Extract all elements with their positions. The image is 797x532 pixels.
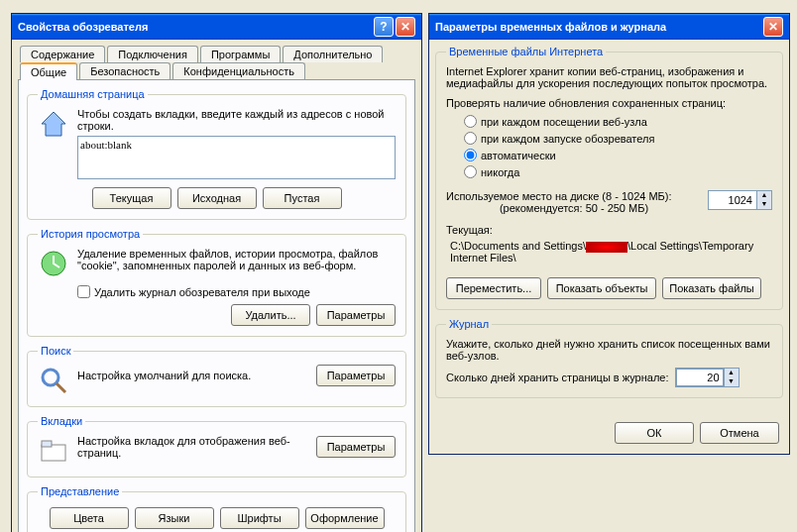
disk-space-input[interactable] <box>709 191 756 209</box>
search-desc: Настройка умолчаний для поиска. <box>77 370 251 381</box>
tabs-settings-button[interactable]: Параметры <box>316 436 396 458</box>
disk-space-recommendation: (рекомендуется: 50 - 250 МБ) <box>446 202 702 214</box>
radio-every-visit-label: при каждом посещении веб-узла <box>481 116 647 128</box>
search-legend: Поиск <box>38 345 73 357</box>
languages-button[interactable]: Языки <box>135 507 214 529</box>
temp-files-settings-dialog: Параметры временных файлов и журнала ✕ В… <box>428 13 790 455</box>
redacted-username: x <box>586 242 627 253</box>
tab-advanced[interactable]: Дополнительно <box>283 46 383 62</box>
tif-legend: Временные файлы Интернета <box>446 46 606 57</box>
svg-rect-4 <box>42 441 52 447</box>
accessibility-button[interactable]: Оформление <box>305 507 385 529</box>
tab-connections[interactable]: Подключения <box>107 46 198 62</box>
disk-space-label: Используемое место на диске (8 - 1024 МБ… <box>446 190 702 202</box>
tab-security[interactable]: Безопасность <box>79 62 171 80</box>
current-folder-label: Текущая: <box>446 224 772 236</box>
radio-every-start-label: при каждом запуске обозревателя <box>481 133 654 145</box>
move-folder-button[interactable]: Переместить... <box>446 277 541 299</box>
history-settings-button[interactable]: Параметры <box>316 304 396 326</box>
svg-line-2 <box>57 383 65 392</box>
delete-on-exit-label: Удалить журнал обозревателя при выходе <box>94 286 310 298</box>
journal-group: Журнал Укажите, сколько дней нужно храни… <box>435 318 783 398</box>
spin-up-icon[interactable]: ▲ <box>756 191 771 200</box>
history-icon <box>38 248 69 279</box>
temp-internet-files-group: Временные файлы Интернета Internet Explo… <box>435 46 783 310</box>
cancel-button[interactable]: Отмена <box>700 422 779 444</box>
appearance-group: Представление Цвета Языки Шрифты Оформле… <box>27 485 406 532</box>
homepage-input[interactable]: about:blank <box>77 136 396 179</box>
radio-never[interactable] <box>464 165 477 178</box>
use-default-button[interactable]: Исходная <box>177 187 257 209</box>
history-legend: История просмотра <box>38 228 143 240</box>
delete-history-button[interactable]: Удалить... <box>231 304 310 326</box>
homepage-group: Домашняя страница Чтобы создать вкладки,… <box>27 88 406 220</box>
tabs-icon <box>38 435 69 467</box>
radio-automatic-label: автоматически <box>481 150 556 161</box>
days-spinner[interactable]: ▲▼ <box>675 368 740 387</box>
home-icon <box>38 108 69 140</box>
svg-point-1 <box>43 370 58 385</box>
disk-space-spinner[interactable]: ▲▼ <box>708 190 772 210</box>
current-folder-path: C:\Documents and Settings\x\Local Settin… <box>450 240 772 264</box>
days-label: Сколько дней хранить страницы в журнале: <box>446 372 669 383</box>
search-group: Поиск Настройка умолчаний для поиска. Па… <box>27 345 406 407</box>
use-blank-button[interactable]: Пустая <box>263 187 342 209</box>
tabs-desc: Настройка вкладок для отображения веб-ст… <box>77 435 316 459</box>
radio-every-visit[interactable] <box>464 115 477 128</box>
journal-desc: Укажите, сколько дней нужно хранить спис… <box>446 338 772 362</box>
colors-button[interactable]: Цвета <box>50 507 129 529</box>
spin-down-icon[interactable]: ▼ <box>756 200 771 209</box>
tabs-legend: Вкладки <box>38 415 85 427</box>
view-files-button[interactable]: Показать файлы <box>662 277 761 299</box>
days-input[interactable] <box>676 369 724 386</box>
spin-down-icon[interactable]: ▼ <box>724 377 739 386</box>
tif-desc: Internet Explorer хранит копии веб-стран… <box>446 65 772 89</box>
spin-up-icon[interactable]: ▲ <box>724 369 739 377</box>
radio-never-label: никогда <box>481 166 519 178</box>
ok-button[interactable]: ОК <box>615 422 694 444</box>
radio-automatic[interactable] <box>464 149 477 161</box>
search-icon <box>38 365 69 396</box>
journal-legend: Журнал <box>446 318 492 330</box>
tab-programs[interactable]: Программы <box>200 46 281 62</box>
titlebar[interactable]: Параметры временных файлов и журнала ✕ <box>429 14 789 40</box>
radio-every-start[interactable] <box>464 132 477 145</box>
tab-general[interactable]: Общие <box>20 62 77 80</box>
history-group: История просмотра Удаление временных фай… <box>27 228 406 337</box>
use-current-button[interactable]: Текущая <box>92 187 171 209</box>
homepage-desc: Чтобы создать вкладки, введите каждый из… <box>77 108 396 132</box>
close-icon[interactable]: ✕ <box>396 17 415 37</box>
search-settings-button[interactable]: Параметры <box>316 365 396 386</box>
homepage-legend: Домашняя страница <box>38 88 148 100</box>
close-icon[interactable]: ✕ <box>763 17 783 37</box>
tab-privacy[interactable]: Конфиденциальность <box>172 62 305 80</box>
dialog-title: Свойства обозревателя <box>18 21 148 33</box>
appearance-legend: Представление <box>38 485 122 497</box>
delete-on-exit-checkbox[interactable] <box>77 285 90 298</box>
view-objects-button[interactable]: Показать объекты <box>547 277 656 299</box>
tab-content[interactable]: Содержание <box>20 46 105 62</box>
fonts-button[interactable]: Шрифты <box>220 507 299 529</box>
tabs-group: Вкладки Настройка вкладок для отображени… <box>27 415 406 478</box>
history-desc: Удаление временных файлов, истории просм… <box>77 248 396 271</box>
internet-options-dialog: Свойства обозревателя ? ✕ Содержание Под… <box>11 13 422 532</box>
help-icon[interactable]: ? <box>374 17 394 37</box>
dialog-title: Параметры временных файлов и журнала <box>435 21 666 33</box>
check-updates-label: Проверять наличие обновления сохраненных… <box>446 97 772 109</box>
titlebar[interactable]: Свойства обозревателя ? ✕ <box>12 14 421 40</box>
